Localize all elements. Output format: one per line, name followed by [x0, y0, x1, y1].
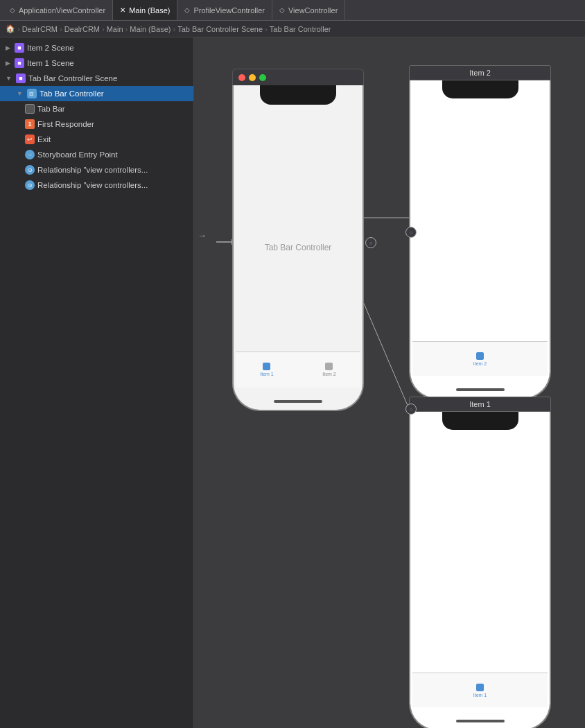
item1-tab-label: Item 1 [473, 693, 487, 697]
item2-phone: Item 2 [409, 80, 551, 399]
breadcrumb-sep: › [102, 25, 105, 33]
item1-tab-icon [476, 684, 484, 691]
sidebar-item-item2-scene[interactable]: ▶ ■ Item 2 Scene [0, 40, 193, 55]
editor-tab-bar: ◇ ApplicationViewController ✕ Main (Base… [0, 0, 585, 21]
canvas-inner: → Tab Bar Controller [194, 37, 585, 728]
item1-container: Item 1 Item 1 [409, 397, 551, 728]
close-icon[interactable]: ✕ [120, 6, 125, 14]
first-responder-icon: 1 [25, 119, 35, 129]
tab-label: Main (Base) [129, 6, 170, 15]
item1-notch [442, 412, 518, 430]
sidebar-item-tabbar-controller[interactable]: ▼ ⊟ Tab Bar Controller [0, 86, 193, 101]
tab-item-2: Item 2 [322, 363, 335, 376]
tab-label: ProfileViewController [193, 6, 265, 15]
item2-container: Item 2 Item 2 [409, 65, 551, 399]
tabbar-icon [25, 104, 35, 114]
tabbar-controller-icon: ⊟ [27, 89, 37, 98]
sidebar-item-label: Exit [37, 135, 51, 144]
item1-home-indicator [456, 720, 505, 722]
breadcrumb-item[interactable]: Main (Base) [130, 25, 171, 33]
breadcrumb-item[interactable]: Tab Bar Controller [270, 25, 331, 33]
item2-tab-entry: Item 2 [473, 352, 487, 366]
item1-scene-bar: Item 1 [409, 397, 551, 412]
sidebar-item-label: Tab Bar Controller Scene [28, 74, 117, 83]
sidebar-item-item1-scene[interactable]: ▶ ■ Item 1 Scene [0, 55, 193, 71]
item1-label: Item 1 [469, 400, 491, 408]
sidebar-item-first-responder[interactable]: 1 First Responder [0, 116, 193, 132]
item2-left-connector: ○ [405, 227, 417, 238]
main-layout: ▶ ■ Item 2 Scene ▶ ■ Item 1 Scene ▼ ■ Ta… [0, 37, 585, 728]
sidebar-item-label: Relationship "view controllers... [37, 166, 148, 174]
disclosure-icon: ▶ [6, 60, 10, 67]
sidebar-item-label: Tab Bar Controller [40, 89, 104, 98]
scene-icon: ■ [15, 58, 24, 68]
scene-icon: ■ [16, 73, 26, 83]
item2-tab-icon [476, 352, 484, 360]
sidebar-item-label: Item 1 Scene [27, 59, 74, 67]
breadcrumb: 🏠 › DealrCRM › DealrCRM › Main › Main (B… [0, 21, 585, 37]
tab-applicationviewcontroller[interactable]: ◇ ApplicationViewController [3, 0, 113, 20]
window-close-dot [238, 74, 245, 81]
tab-main-base[interactable]: ✕ Main (Base) [113, 0, 177, 20]
sidebar-item-relationship-2[interactable]: ⊙ Relationship "view controllers... [0, 177, 193, 193]
item1-bottom-tabbar: Item 1 [412, 673, 548, 707]
breadcrumb-sep: › [173, 25, 176, 33]
tab-viewcontroller[interactable]: ◇ ViewController [272, 0, 345, 20]
window-minimize-dot [249, 74, 256, 81]
relationship-icon: ⊙ [25, 165, 35, 175]
sidebar-item-label: First Responder [37, 120, 94, 128]
item1-tab-entry: Item 1 [473, 684, 487, 697]
sidebar-item-tabbarctrl-scene[interactable]: ▼ ■ Tab Bar Controller Scene [0, 71, 193, 86]
breadcrumb-item[interactable]: 🏠 [6, 24, 15, 33]
tab-item-1-label: Item 1 [260, 372, 273, 376]
tbc-bottom-tabbar: Item 1 Item 2 [236, 352, 360, 388]
breadcrumb-item[interactable]: Tab Bar Controller Scene [177, 25, 263, 33]
window-expand-dot [259, 74, 266, 81]
exit-icon: ↩ [25, 135, 35, 144]
canvas-area[interactable]: → Tab Bar Controller [194, 37, 585, 728]
home-indicator [274, 400, 322, 403]
file-icon: ◇ [279, 6, 285, 14]
tbc-label: Tab Bar Controller [265, 243, 332, 252]
sidebar-item-label: Relationship "view controllers... [37, 181, 148, 189]
item2-bottom-tabbar: Item 2 [412, 341, 548, 376]
relationship-icon: ⊙ [25, 180, 35, 190]
tab-item-2-icon [325, 363, 333, 370]
breadcrumb-item[interactable]: DealrCRM [22, 25, 58, 33]
tab-item-1: Item 1 [260, 363, 273, 376]
breadcrumb-sep: › [125, 25, 128, 33]
item1-phone: Item 1 [409, 412, 551, 728]
sidebar-item-exit[interactable]: ↩ Exit [0, 132, 193, 147]
storyboard-icon: → [25, 150, 35, 159]
item2-scene-bar: Item 2 [409, 65, 551, 80]
disclosure-icon: ▼ [17, 90, 23, 97]
breadcrumb-item[interactable]: Main [107, 25, 123, 33]
file-icon: ◇ [184, 6, 190, 14]
item1-left-connector: ○ [405, 404, 417, 415]
sidebar-item-storyboard-entry[interactable]: → Storyboard Entry Point [0, 147, 193, 162]
tbc-right-connector: ○ [365, 237, 376, 248]
breadcrumb-sep: › [60, 25, 62, 33]
sidebar-item-label: Item 2 Scene [27, 44, 74, 52]
file-icon: ◇ [10, 6, 15, 14]
sidebar-item-label: Tab Bar [37, 105, 65, 113]
tbc-phone-body: Tab Bar Controller Item 1 Item 2 [232, 85, 364, 411]
breadcrumb-sep: › [17, 25, 20, 33]
tab-profileviewcontroller[interactable]: ◇ ProfileViewController [177, 0, 272, 20]
disclosure-icon: ▶ [6, 44, 10, 51]
sidebar-item-relationship-1[interactable]: ⊙ Relationship "view controllers... [0, 162, 193, 177]
scene-icon: ■ [15, 43, 24, 53]
item2-home-indicator [456, 388, 505, 391]
breadcrumb-item[interactable]: DealrCRM [64, 25, 100, 33]
sidebar-item-tabbar[interactable]: Tab Bar [0, 101, 193, 116]
tab-label: ApplicationViewController [19, 6, 105, 15]
tbc-container: Tab Bar Controller Item 1 Item 2 [232, 69, 364, 411]
tab-item-1-icon [263, 363, 270, 370]
item2-notch [442, 80, 518, 98]
item2-label: Item 2 [469, 69, 491, 77]
item2-tab-label: Item 2 [473, 361, 487, 366]
disclosure-icon: ▼ [6, 75, 12, 82]
tab-item-2-label: Item 2 [322, 372, 335, 376]
tab-label: ViewController [288, 6, 338, 15]
sidebar: ▶ ■ Item 2 Scene ▶ ■ Item 1 Scene ▼ ■ Ta… [0, 37, 194, 728]
